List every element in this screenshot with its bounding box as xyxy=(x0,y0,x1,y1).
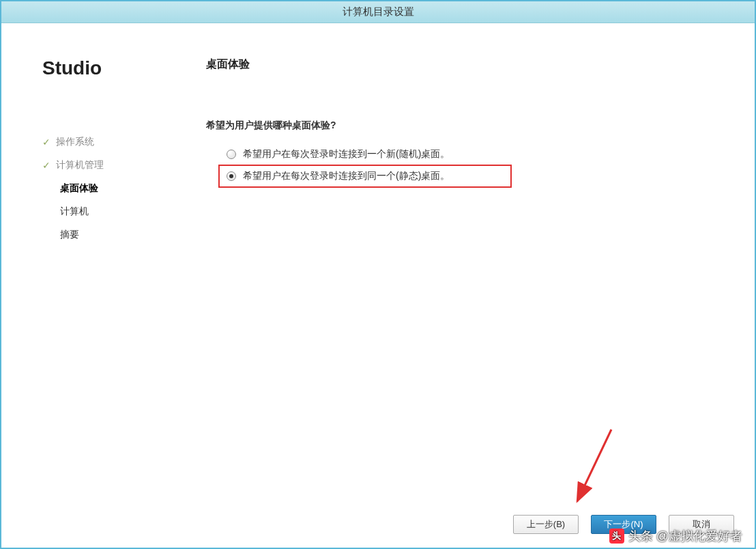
main-panel: 桌面体验 希望为用户提供哪种桌面体验? 希望用户在每次登录时连接到一个新(随机)… xyxy=(199,57,734,548)
radio-icon[interactable] xyxy=(227,171,236,181)
radio-icon[interactable] xyxy=(227,150,236,159)
cancel-button[interactable]: 取消 xyxy=(669,515,734,534)
option-random-desktop[interactable]: 希望用户在每次登录时连接到一个新(随机)桌面。 xyxy=(220,144,513,165)
step-label: 摘要 xyxy=(60,229,79,241)
step-label: 桌面体验 xyxy=(60,182,98,195)
option-label: 希望用户在每次登录时连接到一个新(随机)桌面。 xyxy=(243,148,450,160)
dialog-window: 计算机目录设置 Studio ✓ 操作系统 ✓ 计算机管理 桌面体验 xyxy=(0,0,756,549)
option-label: 希望用户在每次登录时连接到同一个(静态)桌面。 xyxy=(243,170,450,182)
brand-label: Studio xyxy=(42,57,199,79)
step-label: 计算机管理 xyxy=(56,159,104,171)
body: Studio ✓ 操作系统 ✓ 计算机管理 桌面体验 计算机 xyxy=(1,23,755,548)
check-icon: ✓ xyxy=(42,160,50,171)
step-label: 操作系统 xyxy=(56,136,94,148)
back-button[interactable]: 上一步(B) xyxy=(513,515,579,534)
step-machine-management[interactable]: ✓ 计算机管理 xyxy=(42,154,199,177)
step-machines[interactable]: 计算机 xyxy=(42,200,199,223)
window-title: 计算机目录设置 xyxy=(343,5,414,18)
page-title: 桌面体验 xyxy=(206,57,734,72)
step-desktop-experience[interactable]: 桌面体验 xyxy=(42,177,199,200)
button-label: 下一步(N) xyxy=(604,518,643,531)
button-label: 取消 xyxy=(693,518,710,531)
step-summary[interactable]: 摘要 xyxy=(42,223,199,247)
button-label: 上一步(B) xyxy=(527,518,565,531)
titlebar: 计算机目录设置 xyxy=(1,1,755,23)
footer-buttons: 上一步(B) 下一步(N) 取消 xyxy=(513,515,734,534)
question-label: 希望为用户提供哪种桌面体验? xyxy=(206,119,734,132)
option-static-desktop[interactable]: 希望用户在每次登录时连接到同一个(静态)桌面。 xyxy=(218,165,512,188)
check-icon: ✓ xyxy=(42,137,50,147)
next-button[interactable]: 下一步(N) xyxy=(591,515,656,534)
sidebar: Studio ✓ 操作系统 ✓ 计算机管理 桌面体验 计算机 xyxy=(22,57,199,548)
wizard-steps: ✓ 操作系统 ✓ 计算机管理 桌面体验 计算机 摘要 xyxy=(42,130,199,247)
step-label: 计算机 xyxy=(60,206,89,218)
step-os[interactable]: ✓ 操作系统 xyxy=(42,130,199,154)
